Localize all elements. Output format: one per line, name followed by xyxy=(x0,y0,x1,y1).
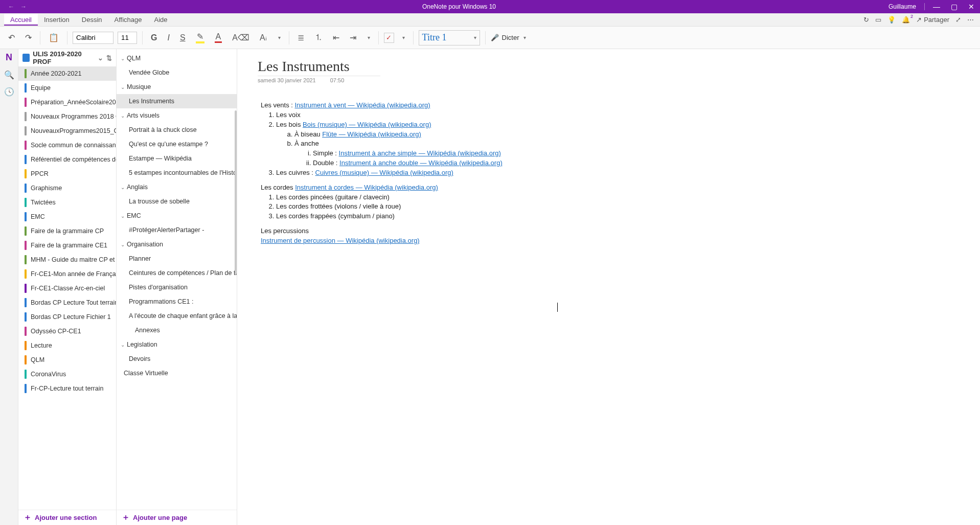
link-percussion[interactable]: Instrument de percussion — Wikipédia (wi… xyxy=(261,237,420,244)
redo-icon[interactable]: ↷ xyxy=(22,31,35,44)
lightbulb-icon[interactable]: 💡 xyxy=(887,16,896,24)
section-item[interactable]: Lecture xyxy=(18,338,116,353)
page-item[interactable]: 5 estampes incontournables de l'Histoire… xyxy=(117,166,237,180)
section-item[interactable]: Fr-CP-Lecture tout terrain xyxy=(18,381,116,396)
recent-icon[interactable]: 🕓 xyxy=(4,87,14,97)
nav-forward-icon[interactable]: → xyxy=(20,3,27,10)
page-group-header[interactable]: ⌄QLM xyxy=(117,51,237,65)
format-painter-button[interactable]: Aᵢ xyxy=(257,31,270,44)
section-item[interactable]: Fr-CE1-Classe Arc-en-ciel xyxy=(18,281,116,295)
maximize-icon[interactable]: ▢ xyxy=(945,3,963,11)
page-item[interactable]: Estampe — Wikipédia xyxy=(117,151,237,166)
section-item[interactable]: Faire de la grammaire CP xyxy=(18,224,116,238)
style-select[interactable]: Titre 1▾ xyxy=(419,30,480,45)
section-item[interactable]: QLM xyxy=(18,353,116,367)
list-item[interactable]: Les cuivres : Cuivres (musique) — Wikipé… xyxy=(276,168,626,178)
page-item[interactable]: Qu'est ce qu'une estampe ? xyxy=(117,137,237,151)
section-item[interactable]: NouveauxProgrammes2015_Cyc... xyxy=(18,124,116,138)
ribbon-tab-insertion[interactable]: Insertion xyxy=(38,14,76,26)
add-page-button[interactable]: ＋ Ajouter une page xyxy=(117,510,237,525)
list-item[interactable]: Simple : Instrument à anche simple — Wik… xyxy=(313,149,626,158)
page-item[interactable]: Pistes d'organisation xyxy=(117,280,237,294)
close-icon[interactable]: ✕ xyxy=(963,3,980,11)
section-item[interactable]: Année 2020-2021 xyxy=(18,66,116,81)
percussion-heading[interactable]: Les percussions xyxy=(261,226,626,236)
list-item[interactable]: À biseau Flûte — Wikipédia (wikipedia.or… xyxy=(294,130,626,140)
clipboard-icon[interactable]: 📋 xyxy=(45,31,62,44)
numbered-list-button[interactable]: ⒈ xyxy=(311,30,326,45)
section-item[interactable]: Odysséo CP-CE1 xyxy=(18,324,116,338)
section-item[interactable]: MHM - Guide du maitre CP et C... xyxy=(18,253,116,267)
list-item[interactable]: Les voix xyxy=(276,110,626,120)
italic-button[interactable]: I xyxy=(164,31,172,44)
page-item[interactable]: Vendée Globe xyxy=(117,65,237,80)
section-item[interactable]: Socle commun de connaissanc... xyxy=(18,138,116,152)
list-item[interactable]: Double : Instrument à anche double — Wik… xyxy=(313,158,626,168)
page-item[interactable]: Les Instruments xyxy=(117,94,237,108)
search-icon[interactable]: 🔍 xyxy=(4,70,14,80)
section-item[interactable]: Référentiel de compétences des... xyxy=(18,152,116,167)
section-item[interactable]: Equipe xyxy=(18,81,116,95)
page-group-header[interactable]: ⌄Organisation xyxy=(117,237,237,252)
page-title[interactable]: Les Instruments xyxy=(258,58,380,76)
font-size-input[interactable] xyxy=(118,32,137,44)
section-item[interactable]: Fr-CE1-Mon année de Français xyxy=(18,267,116,281)
list-item[interactable]: À anche Simple : Instrument à anche simp… xyxy=(294,139,626,168)
clear-format-button[interactable]: A⌫ xyxy=(229,31,253,44)
app-icon[interactable]: N xyxy=(6,52,12,63)
page-item[interactable]: Classe Virtuelle xyxy=(117,366,237,380)
font-more-dropdown[interactable]: ▾ xyxy=(274,33,284,42)
link-vents[interactable]: Instrument à vent — Wikipédia (wikipedia… xyxy=(294,101,430,109)
font-name-input[interactable] xyxy=(73,32,113,44)
sort-icon[interactable]: ⇅ xyxy=(106,54,112,62)
undo-icon[interactable]: ↶ xyxy=(5,31,18,44)
page-item[interactable]: Planner xyxy=(117,252,237,266)
more-icon[interactable]: ⋯ xyxy=(967,16,974,24)
link-cuivres[interactable]: Cuivres (musique) — Wikipédia (wikipedia… xyxy=(315,169,453,176)
page-item[interactable]: Annexes xyxy=(117,323,237,337)
note-canvas[interactable]: Les Instruments samedi 30 janvier 2021 0… xyxy=(237,49,980,525)
section-item[interactable]: Faire de la grammaire CE1 xyxy=(18,238,116,253)
ribbon-tab-dessin[interactable]: Dessin xyxy=(76,14,108,26)
link-cordes[interactable]: Instrument à cordes — Wikipédia (wikiped… xyxy=(295,184,438,191)
fullscreen-icon[interactable]: ⤢ xyxy=(955,16,961,24)
feed-icon[interactable]: ▭ xyxy=(875,16,881,24)
ribbon-tab-accueil[interactable]: Accueil xyxy=(4,14,38,26)
list-item[interactable]: Les cordes frappées (cymbalum / piano) xyxy=(276,212,626,221)
list-item[interactable]: Les bois Bois (musique) — Wikipédia (wik… xyxy=(276,120,626,168)
link-flute[interactable]: Flûte — Wikipédia (wikipedia.org) xyxy=(322,130,421,138)
link-bois[interactable]: Bois (musique) — Wikipédia (wikipedia.or… xyxy=(303,121,431,128)
ribbon-tab-aide[interactable]: Aide xyxy=(148,14,174,26)
list-item[interactable]: Les cordes frottées (violons / vielle à … xyxy=(276,202,626,212)
user-name[interactable]: Guillaume xyxy=(883,3,921,10)
section-item[interactable]: EMC xyxy=(18,210,116,224)
page-item[interactable]: Programmations CE1 : xyxy=(117,294,237,309)
page-group-header[interactable]: ⌄Legislation xyxy=(117,337,237,352)
minimize-icon[interactable]: — xyxy=(928,3,945,11)
page-item[interactable]: La trousse de sobelle xyxy=(117,194,237,209)
section-item[interactable]: Nouveaux Programmes 2018 C2 xyxy=(18,109,116,124)
ribbon-tab-affichage[interactable]: Affichage xyxy=(108,14,148,26)
list-item[interactable]: Les cordes pincées (guitare / clavecin) xyxy=(276,193,626,202)
section-item[interactable]: Twictées xyxy=(18,195,116,210)
page-item[interactable]: Devoirs xyxy=(117,352,237,366)
paragraph-more-dropdown[interactable]: ▾ xyxy=(363,33,373,42)
section-item[interactable]: Préparation_AnnéeScolaire2019... xyxy=(18,95,116,109)
page-group-header[interactable]: ⌄EMC xyxy=(117,209,237,223)
add-section-button[interactable]: ＋ Ajouter une section xyxy=(18,510,116,525)
underline-button[interactable]: S xyxy=(177,31,189,44)
scrollbar[interactable] xyxy=(235,110,237,274)
bold-button[interactable]: G xyxy=(148,31,160,44)
page-group-header[interactable]: ⌄Arts visuels xyxy=(117,108,237,123)
bell-icon[interactable]: 🔔2 xyxy=(902,16,910,24)
link-anche-double[interactable]: Instrument à anche double — Wikipédia (w… xyxy=(339,159,503,167)
highlight-button[interactable]: ✎ xyxy=(193,30,208,45)
bulleted-list-button[interactable]: ≣ xyxy=(294,31,307,44)
page-item[interactable]: Ceintures de compétences / Plan de trava… xyxy=(117,266,237,280)
section-item[interactable]: Graphisme xyxy=(18,181,116,195)
page-group-header[interactable]: ⌄Anglais xyxy=(117,180,237,194)
notebook-picker[interactable]: ULIS 2019-2020 PROF ⌄ ⇅ xyxy=(18,49,116,66)
page-item[interactable]: Portrait à la chuck close xyxy=(117,123,237,137)
section-item[interactable]: Bordas CP Lecture Fichier 1 xyxy=(18,310,116,324)
nav-back-icon[interactable]: ← xyxy=(8,3,14,10)
